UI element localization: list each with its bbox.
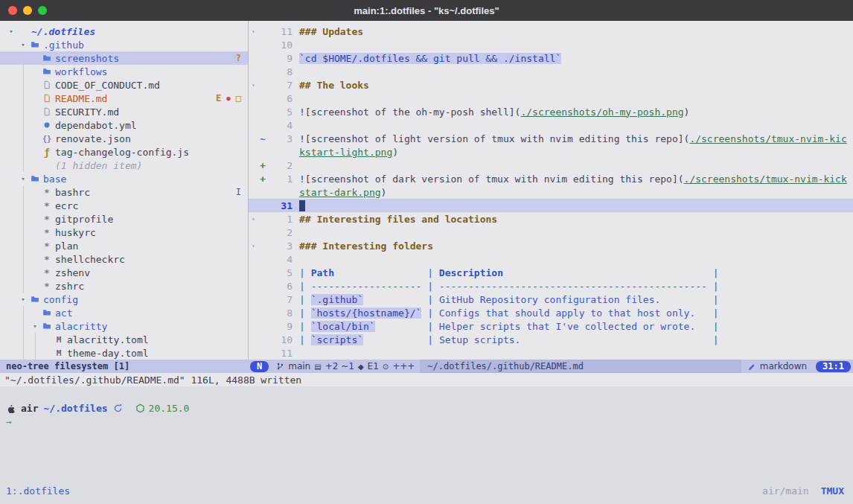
tree-item-1-hidden-item[interactable]: (1 hidden item) [0, 159, 248, 172]
tree-item-workflows[interactable]: workflows [0, 65, 248, 78]
line-text [293, 200, 305, 211]
minimize-button[interactable] [23, 6, 32, 15]
tree-item-config[interactable]: ▾config [0, 293, 248, 306]
tree-item-label: tag-changelog-config.js [54, 147, 189, 158]
tree-item-dependabot-yml[interactable]: dependabot.yml [0, 118, 248, 132]
tree-item-ecrc[interactable]: *ecrc [0, 199, 248, 212]
editor-line[interactable]: kstart-light.png) [249, 145, 853, 159]
tree-item-label: dependabot.yml [54, 120, 137, 131]
fold-icon[interactable]: ▾ [249, 216, 258, 223]
expander-icon[interactable]: ▾ [30, 322, 40, 330]
tree-item-renovate-json[interactable]: {}renovate.json [0, 132, 248, 145]
indent-guide [18, 226, 30, 239]
line-text: | `.github` | GitHub Repository configur… [293, 294, 719, 305]
tree-item-label: zshenv [54, 267, 90, 278]
indent-guide [6, 212, 18, 226]
pencil-icon [748, 363, 756, 371]
editor-line[interactable]: ~3![screenshot of light version of tmux … [249, 132, 853, 145]
tree-item-alacritty-toml[interactable]: Malacritty.toml [0, 333, 248, 346]
indent-guide [6, 118, 18, 132]
tree-item-tag-changelog-config-js[interactable]: ƒtag-changelog-config.js [0, 145, 248, 159]
tree-item-zshrc[interactable]: *zshrc [0, 279, 248, 293]
indent-guide [6, 132, 18, 145]
editor-line[interactable]: 8| `hosts/{hostname}/` | Configs that sh… [249, 306, 853, 319]
editor-line[interactable]: 4 [249, 252, 853, 266]
tree-item-label: config [42, 294, 78, 305]
editor-line[interactable]: 8 [249, 65, 853, 78]
editor-line[interactable]: 9`cd $HOME/.dotfiles && git pull && ./in… [249, 51, 853, 65]
editor-line[interactable]: 9| `local/bin` | Helper scripts that I'v… [249, 319, 853, 333]
editor-line[interactable]: 7| `.github` | GitHub Repository configu… [249, 293, 853, 306]
expander-icon[interactable]: ▾ [18, 41, 28, 48]
editor-line[interactable]: 2 [249, 226, 853, 239]
tree-item-dotfiles[interactable]: ▾~/.dotfiles [0, 25, 248, 38]
tree-item-label: workflows [54, 66, 107, 77]
tree-item-bashrc[interactable]: *bashrcI [0, 185, 248, 199]
shell-file-icon: * [40, 214, 54, 225]
expander-icon[interactable]: ▾ [18, 175, 28, 182]
tree-item-screenshots[interactable]: screenshots? [0, 51, 248, 65]
status-badge: ● [226, 95, 230, 102]
tree-item-plan[interactable]: *plan [0, 239, 248, 252]
tree-item-label: bashrc [54, 187, 90, 198]
fold-icon[interactable]: ▾ [249, 243, 258, 249]
indent-guide [6, 239, 18, 252]
line-number: 2 [267, 160, 293, 171]
editor-line[interactable]: +1![screenshot of dark version of tmux w… [249, 172, 853, 185]
indent-guide [18, 159, 30, 172]
tree-item-gitprofile[interactable]: *gitprofile [0, 212, 248, 226]
tmux-window[interactable]: 1:.dotfiles [6, 485, 70, 497]
cursor-position: 31:1 [816, 361, 851, 372]
indent-guide [6, 159, 18, 172]
expander-icon[interactable]: ▾ [18, 296, 28, 303]
prompt-hostname: air [21, 403, 38, 414]
editor-line[interactable]: 6| ------------------- | ---------------… [249, 279, 853, 293]
tree-item-huskyrc[interactable]: *huskyrc [0, 226, 248, 239]
expander-icon[interactable]: ▾ [6, 28, 16, 35]
editor-line[interactable]: 5![screenshot of the oh-my-posh shell](.… [249, 105, 853, 118]
file-icon [40, 94, 54, 103]
file-tree[interactable]: ▾~/.dotfiles▾.githubscreenshots?workflow… [0, 21, 248, 360]
editor-line[interactable]: 5| Path | Description | [249, 266, 853, 279]
tree-item-alacritty[interactable]: ▾alacritty [0, 319, 248, 333]
editor-buffer[interactable]: ▾11### Updates109`cd $HOME/.dotfiles && … [248, 21, 853, 360]
editor-line[interactable]: start-dark.png) [249, 185, 853, 199]
fold-icon[interactable]: ▾ [249, 82, 258, 89]
toml-icon: M [52, 348, 66, 358]
shell-file-icon: * [40, 200, 54, 211]
tree-item-readme-md[interactable]: README.mdE●□ [0, 92, 248, 105]
close-button[interactable] [8, 6, 17, 15]
tree-item-base[interactable]: ▾base [0, 172, 248, 185]
titlebar: main:1:.dotfiles - "ks~/.dotfiles" [0, 0, 853, 21]
shell-file-icon: * [40, 227, 54, 238]
tree-item-label: SECURITY.md [54, 106, 119, 118]
node-icon [135, 403, 145, 413]
shell-pane[interactable]: air ~/.dotfiles 20.15.0 → [0, 386, 853, 480]
tree-item-shellcheckrc[interactable]: *shellcheckrc [0, 252, 248, 266]
tree-item-github[interactable]: ▾.github [0, 38, 248, 51]
zoom-button[interactable] [38, 6, 47, 15]
editor-line[interactable]: ▾11### Updates [249, 25, 853, 38]
extra-indicator: +++ [392, 361, 415, 371]
editor-line[interactable]: 6 [249, 92, 853, 105]
tree-item-security-md[interactable]: SECURITY.md [0, 105, 248, 118]
indent-guide [18, 333, 30, 346]
editor-line[interactable]: ▾3### Interesting folders [249, 239, 853, 252]
tree-item-code-of-conduct-md[interactable]: CODE_OF_CONDUCT.md [0, 78, 248, 92]
editor-line[interactable]: 11 [249, 346, 853, 360]
line-text: ![screenshot of dark version of tmux wit… [293, 173, 847, 185]
line-number: 11 [267, 348, 293, 359]
editor-line[interactable]: 10| `scripts` | Setup scripts. | [249, 333, 853, 346]
line-number: 4 [267, 120, 293, 131]
editor-line[interactable]: 4 [249, 118, 853, 132]
fold-icon[interactable]: ▾ [249, 28, 258, 35]
editor-line[interactable]: ▾7## The looks [249, 78, 853, 92]
editor-line[interactable]: 10 [249, 38, 853, 51]
editor-line[interactable]: 31 [249, 199, 853, 212]
editor-line[interactable]: ▾1## Interesting files and locations [249, 212, 853, 226]
tree-item-zshenv[interactable]: *zshenv [0, 266, 248, 279]
editor-line[interactable]: +2 [249, 159, 853, 172]
filetype-label: markdown [760, 361, 807, 371]
tree-item-theme-day-toml[interactable]: Mtheme-day.toml [0, 346, 248, 360]
tree-item-act[interactable]: act [0, 306, 248, 319]
